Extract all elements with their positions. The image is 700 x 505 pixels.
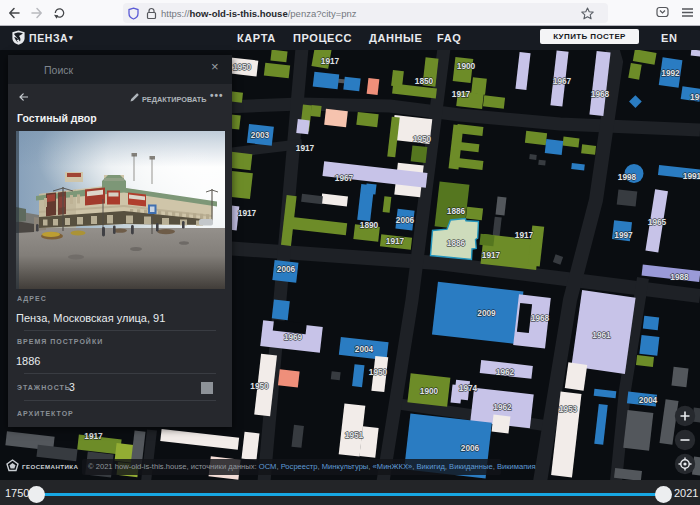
svg-text:1967: 1967: [335, 173, 354, 183]
svg-text:1951: 1951: [345, 430, 364, 440]
svg-text:1967: 1967: [553, 76, 572, 86]
svg-text:1917: 1917: [482, 250, 501, 260]
svg-text:1968: 1968: [531, 313, 550, 323]
svg-text:1950: 1950: [233, 62, 252, 72]
svg-text:1917: 1917: [515, 230, 534, 240]
svg-text:1961: 1961: [592, 330, 611, 340]
svg-text:1965: 1965: [648, 217, 667, 227]
svg-text:1988: 1988: [670, 272, 689, 282]
svg-text:1890: 1890: [360, 220, 379, 230]
svg-text:1968: 1968: [591, 89, 610, 99]
svg-text:1900: 1900: [420, 386, 439, 396]
svg-text:1950: 1950: [369, 367, 388, 377]
svg-text:1991: 1991: [683, 171, 700, 181]
svg-text:1950: 1950: [413, 134, 432, 144]
svg-text:1974: 1974: [459, 383, 478, 393]
svg-text:2006: 2006: [461, 443, 480, 453]
svg-text:1953: 1953: [559, 404, 578, 414]
svg-text:1950: 1950: [250, 381, 269, 391]
svg-text:1962: 1962: [496, 367, 515, 377]
svg-text:1917: 1917: [321, 56, 340, 66]
svg-text:1850: 1850: [415, 76, 434, 86]
svg-text:2006: 2006: [277, 264, 296, 274]
svg-text:1998: 1998: [618, 172, 637, 182]
svg-text:1886: 1886: [447, 238, 466, 248]
svg-text:1917: 1917: [296, 143, 315, 153]
svg-text:1992: 1992: [661, 68, 680, 78]
svg-text:1917: 1917: [452, 89, 471, 99]
svg-text:1900: 1900: [457, 61, 476, 71]
svg-text:2004: 2004: [639, 395, 658, 405]
svg-text:1917: 1917: [238, 208, 257, 218]
svg-text:1997: 1997: [614, 230, 633, 240]
svg-text:199: 199: [690, 92, 700, 102]
svg-text:1917: 1917: [84, 431, 103, 441]
svg-text:1962: 1962: [493, 402, 512, 412]
svg-text:2009: 2009: [477, 308, 496, 318]
svg-text:2006: 2006: [396, 215, 415, 225]
svg-text:2004: 2004: [355, 344, 374, 354]
svg-text:2003: 2003: [251, 130, 270, 140]
svg-text:1969: 1969: [284, 332, 303, 342]
svg-text:1886: 1886: [447, 206, 466, 216]
svg-text:1917: 1917: [386, 236, 405, 246]
